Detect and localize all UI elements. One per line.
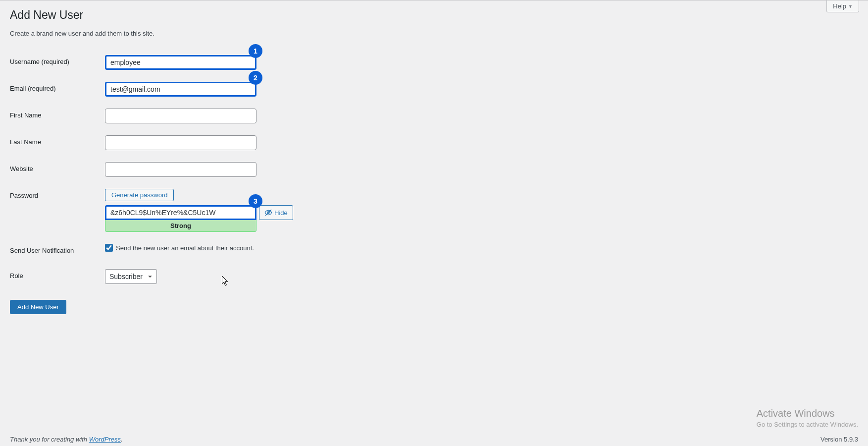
website-input[interactable] xyxy=(105,162,256,177)
step-badge-2: 2 xyxy=(249,71,262,85)
email-label: Email xyxy=(10,85,26,92)
step-badge-1: 1 xyxy=(249,44,262,58)
email-required: (required) xyxy=(28,85,55,92)
windows-watermark: Activate Windows Go to Settings to activ… xyxy=(757,406,858,429)
password-strength-meter: Strong xyxy=(105,220,256,232)
hide-password-button[interactable]: Hide xyxy=(259,205,293,220)
username-input[interactable] xyxy=(105,55,256,70)
role-select[interactable]: Subscriber xyxy=(105,269,157,284)
wordpress-link[interactable]: WordPress xyxy=(89,436,121,443)
form-table: Username (required) 1 Email (required) xyxy=(10,49,858,290)
generate-password-button[interactable]: Generate password xyxy=(105,189,174,201)
password-input[interactable] xyxy=(105,205,256,220)
page-title: Add New User xyxy=(10,8,858,22)
last-name-label: Last Name xyxy=(10,138,41,146)
role-label: Role xyxy=(10,272,23,279)
notification-checkbox-wrapper[interactable]: Send the new user an email about their a… xyxy=(105,244,254,252)
footer-thanks: Thank you for creating with xyxy=(10,436,89,443)
first-name-input[interactable] xyxy=(105,109,256,123)
footer-suffix: . xyxy=(121,436,123,443)
version-text: Version 5.9.3 xyxy=(820,436,858,443)
password-label: Password xyxy=(10,192,38,199)
add-new-user-button[interactable]: Add New User xyxy=(10,300,66,314)
step-badge-3: 3 xyxy=(249,194,262,208)
hide-label: Hide xyxy=(274,209,288,217)
watermark-subtitle: Go to Settings to activate Windows. xyxy=(757,420,858,429)
notification-text: Send the new user an email about their a… xyxy=(116,244,254,252)
eye-slash-icon xyxy=(264,209,272,217)
footer: Thank you for creating with WordPress. V… xyxy=(10,436,858,443)
chevron-down-icon: ▼ xyxy=(848,4,853,9)
help-label: Help xyxy=(833,2,846,10)
notification-label: Send User Notification xyxy=(10,247,74,254)
email-input[interactable] xyxy=(105,82,256,97)
username-required: (required) xyxy=(42,58,69,65)
page-description: Create a brand new user and add them to … xyxy=(10,30,858,37)
website-label: Website xyxy=(10,165,33,172)
last-name-input[interactable] xyxy=(105,135,256,150)
help-tab[interactable]: Help ▼ xyxy=(826,0,859,12)
username-label: Username xyxy=(10,58,40,65)
watermark-title: Activate Windows xyxy=(757,406,858,420)
first-name-label: First Name xyxy=(10,112,42,119)
notification-checkbox[interactable] xyxy=(105,244,113,252)
